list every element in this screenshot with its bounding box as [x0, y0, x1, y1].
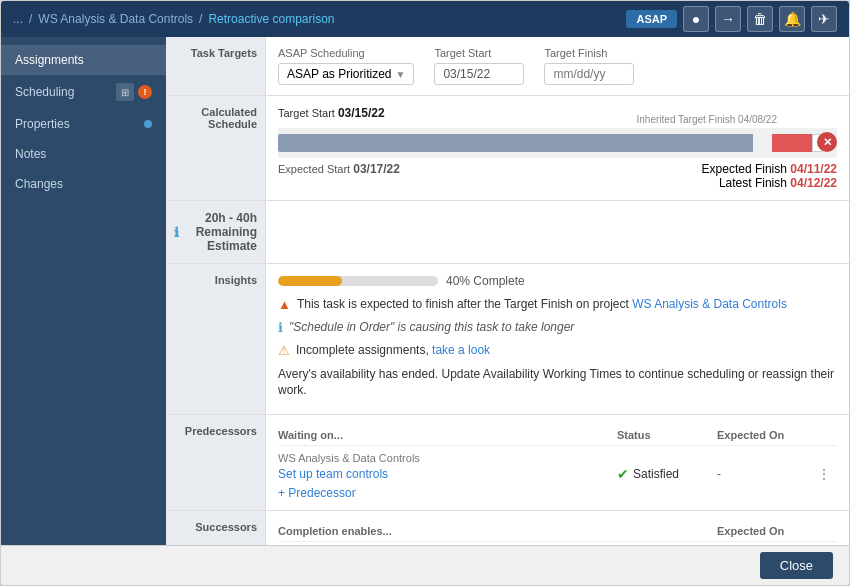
warning-triangle-icon: ▲ [278, 296, 291, 314]
sidebar-label-assignments: Assignments [15, 53, 84, 67]
pred-item-1: WS Analysis & Data Controls Set up team … [278, 452, 837, 482]
task-targets-label: Task Targets [166, 37, 266, 95]
header: ... / WS Analysis & Data Controls / Retr… [1, 1, 849, 37]
insight-text-4: Avery's availability has ended. Update A… [278, 366, 837, 400]
progress-bar-fill [278, 276, 342, 286]
calc-sched-content: Target Start 03/15/22 Inherited Target F… [266, 96, 849, 200]
estimate-section: ℹ 20h - 40h Remaining Estimate [166, 201, 849, 264]
inherited-finish-label: Inherited Target Finish 04/08/22 [637, 114, 777, 125]
estimate-content [266, 201, 849, 263]
succ-col-completion: Completion enables... [278, 525, 717, 537]
finish-dates: Expected Finish 04/11/22 Latest Finish 0… [702, 162, 837, 190]
target-finish-input[interactable] [544, 63, 634, 85]
breadcrumb-dots: ... [13, 12, 23, 26]
insight-row-2: ℹ "Schedule in Order" is causing this ta… [278, 319, 837, 337]
cs-target-start-value: 03/15/22 [338, 106, 385, 120]
pred-status-text: Satisfied [633, 467, 679, 481]
sidebar-label-notes: Notes [15, 147, 46, 161]
sidebar-item-properties[interactable]: Properties [1, 109, 166, 139]
sidebar-label-properties: Properties [15, 117, 70, 131]
grid-icon: ⊞ [116, 83, 134, 101]
scheduling-value: ASAP as Prioritized [287, 67, 392, 81]
target-finish-label: Target Finish [544, 47, 634, 59]
insight-row-3: ⚠ Incomplete assignments, take a look [278, 342, 837, 360]
main-content: Task Targets ASAP Scheduling ASAP as Pri… [166, 37, 849, 545]
target-start-group: Target Start [434, 47, 524, 85]
gantt-bar-gray [278, 134, 753, 152]
sidebar-item-changes[interactable]: Changes [1, 169, 166, 199]
send-button[interactable]: ✈ [811, 6, 837, 32]
pred-col-expected: Expected On [717, 429, 817, 441]
insight-text-1: This task is expected to finish after th… [297, 296, 787, 313]
calc-sched-label: Calculated Schedule [166, 96, 266, 200]
properties-dot [144, 120, 152, 128]
progress-container: 40% Complete [278, 274, 837, 288]
scheduling-select[interactable]: ASAP as Prioritized ▼ [278, 63, 414, 85]
cs-dates: Expected Start 03/17/22 Expected Finish … [278, 162, 837, 190]
estimate-text: 20h - 40h Remaining Estimate [182, 211, 257, 253]
pred-item-row: Set up team controls ✔ Satisfied - ⋮ [278, 466, 837, 482]
pred-item-name[interactable]: Set up team controls [278, 467, 617, 481]
insights-section: Insights 40% Complete ▲ This task is exp… [166, 264, 849, 415]
scheduling-label: ASAP Scheduling [278, 47, 414, 59]
info-circle-icon: ℹ [278, 319, 283, 337]
header-actions: ASAP ● → 🗑 🔔 ✈ [626, 6, 837, 32]
gantt-bar-red [772, 134, 817, 152]
info-icon[interactable]: ℹ [174, 225, 179, 240]
target-finish-group: Target Finish [544, 47, 634, 85]
task-targets-section: Task Targets ASAP Scheduling ASAP as Pri… [166, 37, 849, 96]
footer: Close [1, 545, 849, 585]
insight-row-4: Avery's availability has ended. Update A… [278, 366, 837, 400]
breadcrumb-slash2: / [199, 12, 202, 26]
insight-link-1[interactable]: WS Analysis & Data Controls [632, 297, 787, 311]
calculated-schedule-section: Calculated Schedule Target Start 03/15/2… [166, 96, 849, 201]
insight-text-2: "Schedule in Order" is causing this task… [289, 319, 574, 336]
predecessors-section: Predecessors Waiting on... Status Expect… [166, 415, 849, 511]
content-area: Assignments Scheduling ⊞ ! Properties No… [1, 37, 849, 545]
expected-start: Expected Start 03/17/22 [278, 162, 400, 190]
chevron-down-icon: ▼ [396, 69, 406, 80]
pred-item-actions[interactable]: ⋮ [817, 466, 837, 482]
predecessors-content: Waiting on... Status Expected On WS Anal… [266, 415, 849, 510]
pred-item-status: ✔ Satisfied [617, 466, 717, 482]
estimate-label: ℹ 20h - 40h Remaining Estimate [166, 201, 266, 263]
insights-content: 40% Complete ▲ This task is expected to … [266, 264, 849, 414]
bell-button[interactable]: 🔔 [779, 6, 805, 32]
insight-link-3[interactable]: take a look [432, 343, 490, 357]
breadcrumb-slash1: / [29, 12, 32, 26]
gantt-bar-area: ✕ [278, 128, 837, 158]
expected-finish: Expected Finish 04/11/22 [702, 162, 837, 176]
asap-button[interactable]: ASAP [626, 10, 677, 28]
close-button[interactable]: Close [760, 552, 833, 579]
sidebar-label-scheduling: Scheduling [15, 85, 74, 99]
progress-label: 40% Complete [446, 274, 525, 288]
warn-icon: ! [138, 85, 152, 99]
successors-section: Successors Completion enables... Expecte… [166, 511, 849, 545]
sidebar-item-scheduling[interactable]: Scheduling ⊞ ! [1, 75, 166, 109]
succ-col-expected: Expected On [717, 525, 817, 537]
satisfied-icon: ✔ [617, 466, 629, 482]
breadcrumb-current: Retroactive comparison [208, 12, 334, 26]
sidebar-label-changes: Changes [15, 177, 63, 191]
header-breadcrumb: ... / WS Analysis & Data Controls / Retr… [13, 12, 335, 26]
circle-button[interactable]: ● [683, 6, 709, 32]
trash-button[interactable]: 🗑 [747, 6, 773, 32]
gantt-close-icon[interactable]: ✕ [817, 132, 837, 152]
arrow-button[interactable]: → [715, 6, 741, 32]
predecessors-label: Predecessors [166, 415, 266, 510]
pred-col-waiting: Waiting on... [278, 429, 617, 441]
add-predecessor-link[interactable]: + Predecessor [278, 486, 837, 500]
sidebar-item-assignments[interactable]: Assignments [1, 45, 166, 75]
estimate-label-inner: ℹ 20h - 40h Remaining Estimate [174, 211, 257, 253]
modal-window: ... / WS Analysis & Data Controls / Retr… [0, 0, 850, 586]
target-start-input[interactable] [434, 63, 524, 85]
insight-text-3: Incomplete assignments, take a look [296, 342, 490, 359]
scheduling-icons: ⊞ ! [116, 83, 152, 101]
pred-header-row: Waiting on... Status Expected On [278, 425, 837, 446]
breadcrumb-link[interactable]: WS Analysis & Data Controls [38, 12, 193, 26]
progress-bar-bg [278, 276, 438, 286]
insights-label: Insights [166, 264, 266, 414]
gantt-container: Inherited Target Finish 04/08/22 ✕ [278, 128, 837, 158]
warning-yellow-icon: ⚠ [278, 342, 290, 360]
sidebar-item-notes[interactable]: Notes [1, 139, 166, 169]
